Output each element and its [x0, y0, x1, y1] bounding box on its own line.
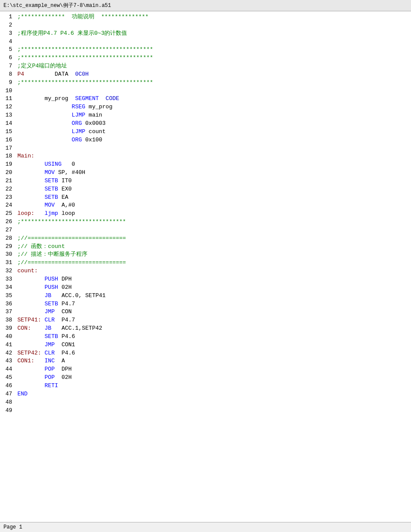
line-content: SETB EA — [17, 194, 411, 202]
code-line: 24 MOV A,#0 — [0, 201, 411, 210]
line-content: ;************* 功能说明 ************** — [17, 13, 411, 21]
code-line: 29;// 函数：count — [0, 243, 411, 251]
line-content — [17, 87, 411, 95]
line-number: 22 — [0, 185, 17, 194]
code-line: 37 JMP CON — [0, 308, 411, 316]
line-content — [17, 144, 411, 153]
code-line: 48 — [0, 398, 411, 407]
code-line: 33 PUSH DPH — [0, 275, 411, 284]
code-line: 36 SETB P4.7 — [0, 300, 411, 308]
line-number: 14 — [0, 120, 17, 128]
code-line: 46 RETI — [0, 382, 411, 390]
line-number: 46 — [0, 382, 17, 390]
code-line: 45 POP 02H — [0, 374, 411, 382]
file-path: E:\stc_example_new\例子7-8\main.a51 — [3, 3, 111, 9]
line-number: 2 — [0, 21, 17, 30]
line-number: 48 — [0, 398, 17, 407]
line-number: 24 — [0, 201, 17, 210]
line-content — [17, 226, 411, 234]
line-number: 12 — [0, 103, 17, 111]
line-content — [17, 407, 411, 415]
line-content: LJMP main — [17, 111, 411, 120]
line-content: ORG 0x100 — [17, 136, 411, 144]
line-content — [17, 398, 411, 407]
code-line: 12 RSEG my_prog — [0, 103, 411, 111]
code-line: 43CON1: INC A — [0, 357, 411, 365]
line-content: loop: ljmp loop — [17, 210, 411, 218]
line-number: 26 — [0, 218, 17, 226]
code-line: 1;************* 功能说明 ************** — [0, 13, 411, 21]
line-number: 16 — [0, 136, 17, 144]
line-content: ;// 函数：count — [17, 243, 411, 251]
line-content: my_prog SEGMENT CODE — [17, 95, 411, 103]
code-line: 22 SETB EX0 — [0, 185, 411, 194]
line-content: SETB P4.6 — [17, 333, 411, 341]
code-line: 35 JB ACC.0, SETP41 — [0, 292, 411, 300]
code-line: 32count: — [0, 267, 411, 275]
line-number: 32 — [0, 267, 17, 275]
line-content — [17, 38, 411, 46]
line-content: ;*************************************** — [17, 54, 411, 62]
code-line: 30;// 描述：中断服务子程序 — [0, 251, 411, 259]
line-number: 44 — [0, 365, 17, 374]
line-content: ;//============================= — [17, 259, 411, 267]
line-content: MOV A,#0 — [17, 201, 411, 210]
code-line: 7;定义P4端口的地址 — [0, 62, 411, 70]
line-number: 8 — [0, 70, 17, 79]
code-line: 5;**************************************… — [0, 46, 411, 54]
line-content: END — [17, 390, 411, 398]
line-content: MOV SP, #40H — [17, 169, 411, 177]
line-content: ;*************************************** — [17, 46, 411, 54]
line-number: 23 — [0, 194, 17, 202]
line-content — [17, 21, 411, 30]
line-content: POP DPH — [17, 365, 411, 374]
code-line: 25loop: ljmp loop — [0, 210, 411, 218]
line-number: 3 — [0, 30, 17, 38]
line-content: POP 02H — [17, 374, 411, 382]
line-number: 36 — [0, 300, 17, 308]
line-number: 25 — [0, 210, 17, 218]
code-line: 42SETP42: CLR P4.6 — [0, 349, 411, 358]
code-line: 49 — [0, 407, 411, 415]
line-content: ORG 0x0003 — [17, 120, 411, 128]
line-content: SETB EX0 — [17, 185, 411, 194]
code-line: 15 LJMP count — [0, 128, 411, 136]
line-content: ;程序使用P4.7 P4.6 来显示0~3的计数值 — [17, 30, 411, 38]
code-line: 31;//============================= — [0, 259, 411, 267]
line-number: 21 — [0, 177, 17, 185]
line-number: 38 — [0, 316, 17, 325]
code-line: 9;**************************************… — [0, 79, 411, 87]
line-content: RSEG my_prog — [17, 103, 411, 111]
line-number: 40 — [0, 333, 17, 341]
code-line: 40 SETB P4.6 — [0, 333, 411, 341]
line-number: 28 — [0, 234, 17, 243]
code-line: 13 LJMP main — [0, 111, 411, 120]
page-label: Page 1 — [3, 524, 22, 530]
code-line: 6;**************************************… — [0, 54, 411, 62]
line-number: 19 — [0, 161, 17, 169]
line-number: 43 — [0, 357, 17, 365]
line-content: count: — [17, 267, 411, 275]
line-number: 1 — [0, 13, 17, 21]
line-number: 11 — [0, 95, 17, 103]
line-content: RETI — [17, 382, 411, 390]
code-line: 19 USING 0 — [0, 161, 411, 169]
line-number: 37 — [0, 308, 17, 316]
line-number: 35 — [0, 292, 17, 300]
code-line: 4 — [0, 38, 411, 46]
line-number: 34 — [0, 284, 17, 292]
code-line: 11 my_prog SEGMENT CODE — [0, 95, 411, 103]
line-number: 31 — [0, 259, 17, 267]
title-bar: E:\stc_example_new\例子7-8\main.a51 — [0, 0, 411, 11]
line-content: SETP42: CLR P4.6 — [17, 349, 411, 358]
line-content: ;// 描述：中断服务子程序 — [17, 251, 411, 259]
line-content: SETB IT0 — [17, 177, 411, 185]
line-number: 5 — [0, 46, 17, 54]
line-content: ;*************************************** — [17, 79, 411, 87]
line-number: 10 — [0, 87, 17, 95]
code-line: 14 ORG 0x0003 — [0, 120, 411, 128]
code-line: 38SETP41: CLR P4.7 — [0, 316, 411, 325]
code-line: 47END — [0, 390, 411, 398]
line-number: 27 — [0, 226, 17, 234]
code-area: 1;************* 功能说明 **************23;程序… — [0, 11, 411, 522]
